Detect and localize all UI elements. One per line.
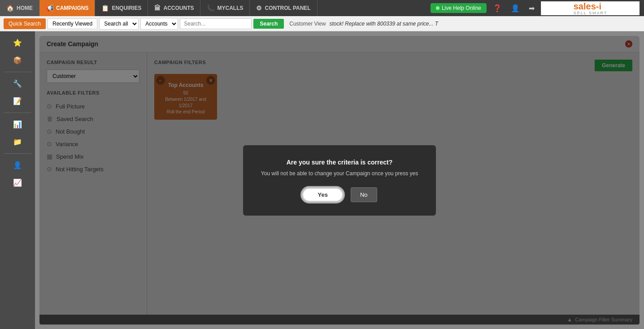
nav-control-panel-label: CONTROL PANEL — [265, 5, 310, 11]
sidebar-icon-8: 📈 — [13, 178, 22, 187]
live-help-label: Live Help Online — [442, 5, 481, 11]
nav-enquiries-label: ENQUIRIES — [112, 5, 141, 11]
sidebar-icon-5: 📊 — [13, 120, 22, 129]
recently-viewed-tab[interactable]: Recently Viewed — [48, 18, 97, 29]
nav-enquiries[interactable]: 📋 ENQUIRIES — [95, 0, 148, 16]
dialog-no-button[interactable]: No — [351, 187, 377, 202]
campaigns-icon: 📢 — [46, 4, 53, 12]
top-nav: 🏠 HOME 📢 CAMPAIGNS 📋 ENQUIRIES 🏛 ACCOUNT… — [0, 0, 644, 16]
customer-view-text: stock! Replace with 800339 at same price… — [329, 21, 438, 27]
dialog-box: Are you sure the criteria is correct? Yo… — [243, 145, 436, 216]
nav-home-label: HOME — [17, 5, 33, 11]
search-input[interactable] — [180, 18, 252, 29]
dialog-buttons: Yes No — [261, 187, 418, 202]
nav-control-panel[interactable]: ⚙ CONTROL PANEL — [250, 0, 317, 16]
sidebar-item-2[interactable]: 📦 — [0, 52, 35, 68]
search-button[interactable]: Search — [253, 19, 284, 29]
dialog-title: Are you sure the criteria is correct? — [261, 159, 418, 166]
logo-text: sales-i — [574, 1, 608, 12]
dialog-subtitle: You will not be able to change your Camp… — [261, 170, 418, 177]
nav-campaigns-label: CAMPAIGNS — [56, 5, 88, 11]
nav-mycalls-label: MYCALLS — [217, 5, 243, 11]
nav-home[interactable]: 🏠 HOME — [0, 0, 39, 16]
home-icon: 🏠 — [6, 4, 14, 12]
customer-view-label: Customer View — [289, 21, 326, 27]
logo-sub: SELL SMART — [574, 11, 608, 15]
dialog-yes-button[interactable]: Yes — [302, 187, 343, 202]
sidebar-divider-1 — [4, 72, 31, 72]
search-all-select[interactable]: Search all Accounts — [100, 18, 138, 29]
enquiries-icon: 📋 — [101, 4, 109, 12]
live-help-dot — [436, 6, 439, 10]
sidebar-item-1[interactable]: ⭐ — [0, 35, 35, 51]
help-button[interactable]: ❓ — [490, 3, 505, 13]
accounts-select[interactable]: Accounts — [140, 18, 178, 30]
sidebar-item-4[interactable]: 📝 — [0, 93, 35, 109]
sidebar-icon-2: 📦 — [13, 56, 22, 65]
nav-mycalls[interactable]: 📞 MYCALLS — [200, 0, 250, 16]
sidebar-icon-1: ⭐ — [13, 39, 22, 47]
sidebar-item-5[interactable]: 📊 — [0, 117, 35, 132]
sidebar-item-7[interactable]: 👤 — [0, 157, 35, 173]
sidebar-icon-4: 📝 — [13, 97, 22, 105]
dialog-overlay: Are you sure the criteria is correct? Yo… — [39, 36, 640, 325]
profile-button[interactable]: 👤 — [508, 3, 522, 13]
content-area: Create Campaign ✕ CAMPAIGN RESULT Custom… — [35, 31, 644, 329]
search-all-dropdown[interactable]: Search all Accounts — [99, 18, 139, 30]
sidebar-item-8[interactable]: 📈 — [0, 175, 35, 190]
nav-accounts-label: ACCOUNTS — [163, 5, 194, 11]
sidebar: ⭐ 📦 🔧 📝 📊 📁 👤 📈 — [0, 31, 35, 329]
sidebar-item-6[interactable]: 📁 — [0, 134, 35, 150]
mycalls-icon: 📞 — [207, 4, 214, 12]
nav-accounts[interactable]: 🏛 ACCOUNTS — [148, 0, 200, 16]
sidebar-item-3[interactable]: 🔧 — [0, 76, 35, 91]
nav-campaigns[interactable]: 📢 CAMPAIGNS — [39, 0, 95, 16]
sidebar-icon-6: 📁 — [13, 138, 22, 146]
nav-right: Live Help Online ❓ 👤 ➡ sales-i SELL SMAR… — [431, 0, 644, 16]
main-area: ⭐ 📦 🔧 📝 📊 📁 👤 📈 Create C — [0, 31, 644, 329]
quick-search-tab[interactable]: Quick Search — [4, 18, 46, 29]
logo: sales-i SELL SMART — [541, 1, 640, 15]
live-help-button[interactable]: Live Help Online — [431, 3, 487, 13]
sidebar-icon-3: 🔧 — [13, 79, 22, 88]
logout-button[interactable]: ➡ — [526, 3, 537, 13]
search-bar: Quick Search Recently Viewed Search all … — [0, 16, 644, 31]
sidebar-icon-7: 👤 — [13, 161, 22, 169]
accounts-icon: 🏛 — [154, 4, 161, 12]
sidebar-divider-2 — [4, 113, 31, 113]
create-campaign-panel: Create Campaign ✕ CAMPAIGN RESULT Custom… — [39, 36, 640, 325]
control-panel-icon: ⚙ — [256, 4, 262, 12]
sidebar-divider-3 — [4, 153, 31, 154]
